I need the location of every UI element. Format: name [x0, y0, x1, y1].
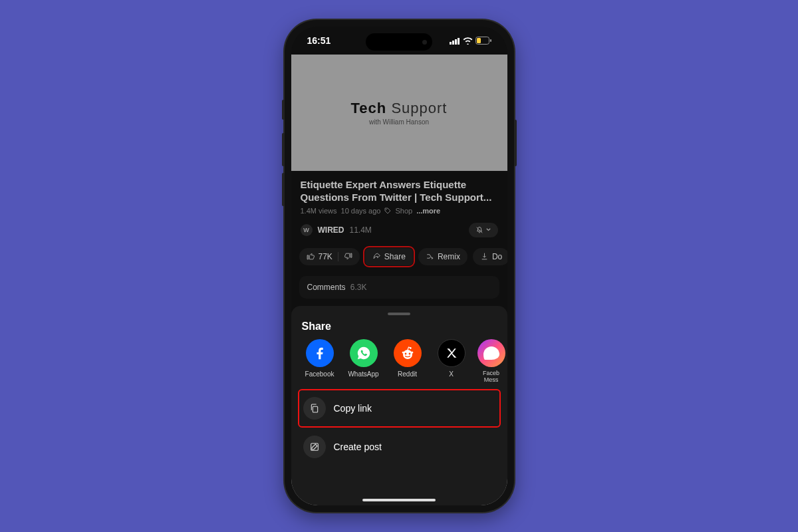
- cellular-icon: [450, 37, 460, 45]
- svg-rect-0: [450, 42, 452, 45]
- thumbs-down-icon: [344, 252, 352, 261]
- svg-rect-1: [452, 41, 454, 45]
- remix-button[interactable]: Remix: [418, 248, 467, 265]
- channel-avatar: W: [301, 224, 313, 236]
- bell-off-icon: [475, 226, 483, 234]
- svg-point-11: [402, 351, 404, 353]
- share-button[interactable]: Share: [365, 248, 413, 265]
- comments-label: Comments: [307, 283, 346, 292]
- share-x[interactable]: X: [431, 339, 472, 384]
- svg-point-12: [411, 351, 413, 353]
- wifi-icon: [463, 37, 473, 45]
- svg-rect-14: [313, 406, 317, 412]
- dynamic-island: [366, 33, 432, 51]
- phone-screen: 16:51 Tech Support with William Hanson E…: [291, 27, 507, 505]
- create-post-label: Create post: [334, 442, 382, 452]
- volume-up: [282, 133, 285, 166]
- x-icon: [438, 339, 466, 367]
- copy-link-action[interactable]: Copy link: [299, 390, 499, 426]
- like-button[interactable]: 77K: [299, 248, 360, 265]
- svg-rect-3: [458, 38, 460, 45]
- shop-label[interactable]: Shop: [395, 207, 412, 215]
- svg-rect-2: [455, 39, 457, 45]
- sheet-actions: Copy link Create post: [291, 384, 507, 465]
- svg-point-9: [404, 353, 406, 355]
- copy-icon: [303, 397, 326, 420]
- download-icon: [480, 252, 489, 261]
- status-time: 16:51: [307, 35, 331, 46]
- thumb-byline: with William Hanson: [369, 118, 429, 126]
- svg-point-8: [403, 350, 412, 359]
- more-toggle[interactable]: ...more: [416, 207, 440, 215]
- view-count: 1.4M views: [301, 207, 337, 215]
- video-age: 10 days ago: [341, 207, 381, 215]
- svg-point-10: [408, 353, 410, 355]
- thumb-title: Tech Support: [351, 100, 448, 117]
- mute-switch: [282, 100, 285, 120]
- share-whatsapp[interactable]: WhatsApp: [343, 339, 384, 384]
- channel-row[interactable]: W WIRED 11.4M: [291, 215, 507, 245]
- status-indicators: [450, 37, 491, 45]
- channel-subs: 11.4M: [350, 225, 372, 235]
- channel-name: WIRED: [318, 225, 344, 235]
- action-row: 77K Share Remix Do: [291, 245, 507, 268]
- download-button[interactable]: Do: [473, 248, 507, 265]
- volume-down: [282, 173, 285, 206]
- video-meta: 1.4M views 10 days ago Shop ...more: [291, 207, 507, 215]
- svg-rect-6: [490, 39, 491, 42]
- share-icon: [372, 252, 381, 261]
- share-messenger[interactable]: FacebMess: [475, 339, 507, 384]
- video-title[interactable]: Etiquette Expert Answers Etiquette Quest…: [291, 171, 507, 207]
- thumbs-up-icon: [307, 252, 315, 261]
- home-indicator[interactable]: [362, 499, 436, 501]
- svg-point-7: [386, 209, 388, 210]
- power-button: [514, 120, 517, 166]
- remix-icon: [426, 252, 434, 261]
- whatsapp-icon: [350, 339, 378, 367]
- messenger-icon: [477, 339, 505, 367]
- share-reddit[interactable]: Reddit: [387, 339, 428, 384]
- battery-icon: [475, 37, 491, 45]
- notify-button[interactable]: [469, 223, 498, 237]
- comments-count: 6.3K: [350, 283, 367, 292]
- create-post-action[interactable]: Create post: [301, 429, 498, 465]
- share-apps-row: Facebook WhatsApp Reddit: [291, 339, 507, 384]
- share-facebook[interactable]: Facebook: [299, 339, 340, 384]
- tag-icon: [384, 207, 391, 214]
- create-post-icon: [303, 436, 326, 458]
- video-thumbnail[interactable]: Tech Support with William Hanson: [291, 55, 507, 171]
- svg-rect-5: [477, 38, 481, 43]
- sheet-title: Share: [291, 321, 507, 339]
- chevron-down-icon: [485, 227, 491, 233]
- copy-link-label: Copy link: [334, 403, 372, 414]
- share-sheet: Share Facebook WhatsApp: [291, 306, 507, 505]
- reddit-icon: [394, 339, 422, 367]
- phone-frame: 16:51 Tech Support with William Hanson E…: [285, 20, 514, 512]
- comments-card[interactable]: Comments 6.3K: [299, 276, 499, 299]
- facebook-icon: [306, 339, 334, 367]
- sheet-handle[interactable]: [388, 313, 410, 315]
